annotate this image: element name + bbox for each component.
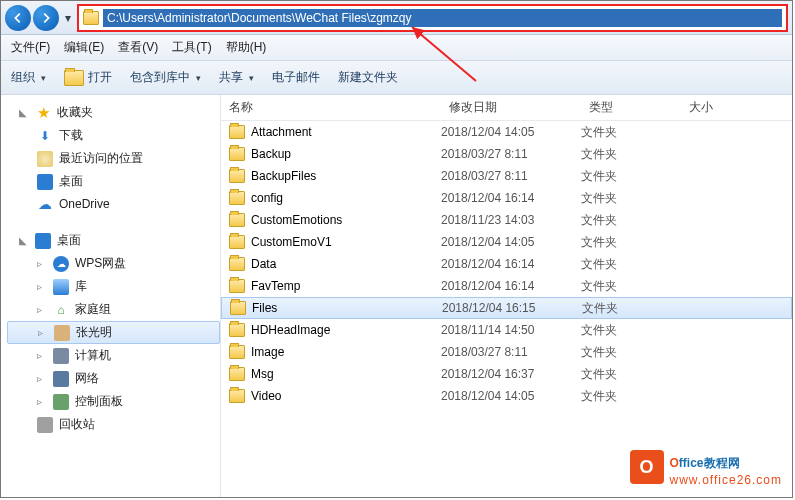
- sidebar-desktop-fav[interactable]: 桌面: [7, 170, 220, 193]
- menu-edit[interactable]: 编辑(E): [64, 39, 104, 56]
- back-button[interactable]: [5, 5, 31, 31]
- folder-icon: [229, 367, 245, 381]
- desktop-icon: [35, 233, 51, 249]
- share-button[interactable]: 共享: [219, 69, 254, 86]
- file-date: 2018/12/04 14:05: [441, 125, 581, 139]
- recent-icon: [37, 151, 53, 167]
- desktop-icon: [37, 174, 53, 190]
- file-type: 文件夹: [581, 366, 681, 383]
- file-name: Video: [251, 389, 281, 403]
- sidebar-control-panel[interactable]: ▹ 控制面板: [7, 390, 220, 413]
- sidebar-onedrive[interactable]: ☁ OneDrive: [7, 193, 220, 215]
- download-icon: ⬇: [37, 128, 53, 144]
- recycle-bin-icon: [37, 417, 53, 433]
- table-row[interactable]: Image2018/03/27 8:11文件夹: [221, 341, 792, 363]
- expand-icon[interactable]: ▹: [37, 350, 47, 361]
- table-row[interactable]: HDHeadImage2018/11/14 14:50文件夹: [221, 319, 792, 341]
- sidebar-homegroup[interactable]: ▹ ⌂ 家庭组: [7, 298, 220, 321]
- folder-icon: [229, 125, 245, 139]
- organize-button[interactable]: 组织: [11, 69, 46, 86]
- folder-icon: [229, 257, 245, 271]
- table-row[interactable]: FavTemp2018/12/04 16:14文件夹: [221, 275, 792, 297]
- expand-icon[interactable]: ▹: [37, 373, 47, 384]
- file-name: Data: [251, 257, 276, 271]
- sidebar-computer[interactable]: ▹ 计算机: [7, 344, 220, 367]
- expand-icon[interactable]: ▹: [38, 327, 48, 338]
- file-date: 2018/12/04 16:15: [442, 301, 582, 315]
- file-type: 文件夹: [582, 300, 682, 317]
- sidebar-label: 计算机: [75, 347, 111, 364]
- file-rows: Attachment2018/12/04 14:05文件夹Backup2018/…: [221, 121, 792, 407]
- menu-tools[interactable]: 工具(T): [172, 39, 211, 56]
- new-folder-button[interactable]: 新建文件夹: [338, 69, 398, 86]
- file-date: 2018/03/27 8:11: [441, 147, 581, 161]
- email-button[interactable]: 电子邮件: [272, 69, 320, 86]
- sidebar-desktop[interactable]: ◣ 桌面: [7, 229, 220, 252]
- file-date: 2018/12/04 14:05: [441, 235, 581, 249]
- cloud-icon: ☁: [37, 196, 53, 212]
- explorer-window: ▾ C:\Users\Administrator\Documents\WeCha…: [0, 0, 793, 498]
- sidebar-user[interactable]: ▹ 张光明: [7, 321, 220, 344]
- collapse-icon[interactable]: ◣: [19, 235, 29, 246]
- collapse-icon[interactable]: ◣: [19, 107, 29, 118]
- folder-icon: [229, 235, 245, 249]
- table-row[interactable]: Files2018/12/04 16:15文件夹: [221, 297, 792, 319]
- sidebar-label: OneDrive: [59, 197, 110, 211]
- menu-view[interactable]: 查看(V): [118, 39, 158, 56]
- menu-file[interactable]: 文件(F): [11, 39, 50, 56]
- table-row[interactable]: config2018/12/04 16:14文件夹: [221, 187, 792, 209]
- sidebar-favorites[interactable]: ◣ ★ 收藏夹: [7, 101, 220, 124]
- network-icon: [53, 371, 69, 387]
- column-type[interactable]: 类型: [581, 99, 681, 116]
- sidebar-wps[interactable]: ▹ ☁ WPS网盘: [7, 252, 220, 275]
- history-dropdown[interactable]: ▾: [61, 8, 75, 28]
- table-row[interactable]: CustomEmoV12018/12/04 14:05文件夹: [221, 231, 792, 253]
- expand-icon[interactable]: ▹: [37, 258, 47, 269]
- sidebar-recycle-bin[interactable]: 回收站: [7, 413, 220, 436]
- file-name: BackupFiles: [251, 169, 316, 183]
- table-row[interactable]: Msg2018/12/04 16:37文件夹: [221, 363, 792, 385]
- expand-icon[interactable]: ▹: [37, 396, 47, 407]
- include-library-button[interactable]: 包含到库中: [130, 69, 201, 86]
- file-type: 文件夹: [581, 212, 681, 229]
- table-row[interactable]: Attachment2018/12/04 14:05文件夹: [221, 121, 792, 143]
- file-type: 文件夹: [581, 146, 681, 163]
- table-row[interactable]: CustomEmotions2018/11/23 14:03文件夹: [221, 209, 792, 231]
- sidebar-recent[interactable]: 最近访问的位置: [7, 147, 220, 170]
- column-size[interactable]: 大小: [681, 99, 761, 116]
- sidebar-label: 收藏夹: [57, 104, 93, 121]
- file-name: config: [251, 191, 283, 205]
- address-path[interactable]: C:\Users\Administrator\Documents\WeChat …: [103, 9, 782, 27]
- sidebar-label: 最近访问的位置: [59, 150, 143, 167]
- file-date: 2018/03/27 8:11: [441, 345, 581, 359]
- open-button[interactable]: 打开: [64, 69, 112, 86]
- sidebar-label: 控制面板: [75, 393, 123, 410]
- sidebar-downloads[interactable]: ⬇ 下载: [7, 124, 220, 147]
- file-type: 文件夹: [581, 234, 681, 251]
- table-row[interactable]: BackupFiles2018/03/27 8:11文件夹: [221, 165, 792, 187]
- expand-icon[interactable]: ▹: [37, 281, 47, 292]
- address-bar[interactable]: C:\Users\Administrator\Documents\WeChat …: [77, 4, 788, 32]
- column-header-row: 名称 修改日期 类型 大小: [221, 95, 792, 121]
- expand-icon[interactable]: ▹: [37, 304, 47, 315]
- folder-icon: [83, 11, 99, 25]
- sidebar-label: 下载: [59, 127, 83, 144]
- file-name: Backup: [251, 147, 291, 161]
- arrow-right-icon: [39, 11, 53, 25]
- column-date[interactable]: 修改日期: [441, 99, 581, 116]
- menu-help[interactable]: 帮助(H): [226, 39, 267, 56]
- folder-icon: [229, 345, 245, 359]
- forward-button[interactable]: [33, 5, 59, 31]
- table-row[interactable]: Video2018/12/04 14:05文件夹: [221, 385, 792, 407]
- column-name[interactable]: 名称: [221, 99, 441, 116]
- table-row[interactable]: Data2018/12/04 16:14文件夹: [221, 253, 792, 275]
- file-name: Attachment: [251, 125, 312, 139]
- file-type: 文件夹: [581, 388, 681, 405]
- sidebar-libraries[interactable]: ▹ 库: [7, 275, 220, 298]
- navigation-pane: ◣ ★ 收藏夹 ⬇ 下载 最近访问的位置 桌面 ☁: [1, 95, 221, 497]
- sidebar-network[interactable]: ▹ 网络: [7, 367, 220, 390]
- file-name: Image: [251, 345, 284, 359]
- table-row[interactable]: Backup2018/03/27 8:11文件夹: [221, 143, 792, 165]
- sidebar-label: 桌面: [57, 232, 81, 249]
- file-date: 2018/12/04 16:14: [441, 279, 581, 293]
